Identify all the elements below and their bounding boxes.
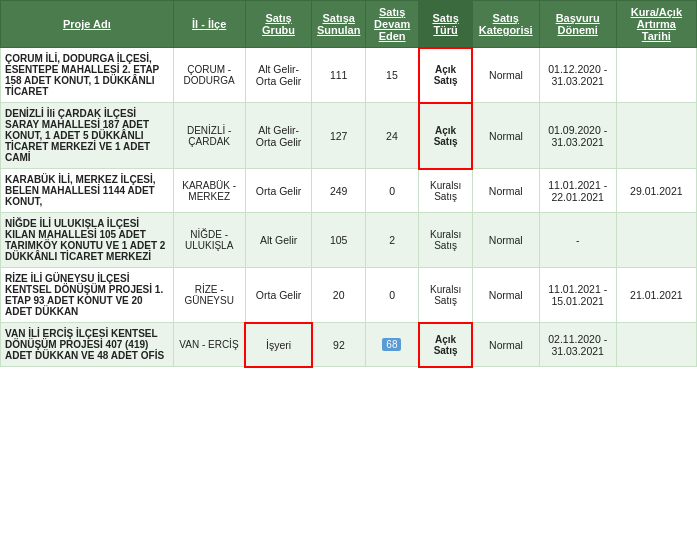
cell-grup-5: İşyeri [245,323,312,367]
cell-kura-5 [616,323,696,367]
cell-grup-4: Orta Gelir [245,268,312,323]
cell-kategori-1: Normal [472,103,539,169]
header-proje-label: Proje Adı [63,18,111,30]
cell-sunulan-3: 105 [312,213,365,268]
cell-grup-2: Orta Gelir [245,169,312,213]
header-satis-turu: Satış Türü [419,1,472,48]
cell-kura-4: 21.01.2021 [616,268,696,323]
cell-sunulan-5: 92 [312,323,365,367]
cell-grup-0: Alt Gelir- Orta Gelir [245,48,312,103]
cell-kategori-2: Normal [472,169,539,213]
header-satis-devam-eden: Satış Devam Eden [365,1,418,48]
header-kura-artirma: Kura/Açık Artırma Tarihi [616,1,696,48]
cell-proje-4: RİZE İLİ GÜNEYSU İLÇESİ KENTSEL DÖNÜŞÜM … [1,268,174,323]
cell-basvuru-0: 01.12.2020 - 31.03.2021 [539,48,616,103]
cell-tur-5: Açık Satış [419,323,472,367]
header-basvuru-donemi: Başvuru Dönemi [539,1,616,48]
cell-tur-0: Açık Satış [419,48,472,103]
cell-proje-0: ÇORUM İLİ, DODURGA İLÇESİ, ESENTEPE MAHA… [1,48,174,103]
header-il-label: İl - İlçe [192,18,226,30]
cell-proje-1: DENİZLİ İli ÇARDAK İLÇESİ SARAY MAHALLES… [1,103,174,169]
cell-tur-4: Kuralsı Satış [419,268,472,323]
cell-tur-2: Kuralsı Satış [419,169,472,213]
cell-devam-1: 24 [365,103,418,169]
cell-sunulan-4: 20 [312,268,365,323]
cell-kura-1 [616,103,696,169]
cell-grup-3: Alt Gelir [245,213,312,268]
cell-sunulan-0: 111 [312,48,365,103]
header-devam-label: Satış Devam Eden [374,6,410,42]
cell-il-3: NİĞDE - ULUKIŞLA [173,213,245,268]
cell-kategori-3: Normal [472,213,539,268]
cell-kura-2: 29.01.2021 [616,169,696,213]
cell-proje-5: VAN İLİ ERCİŞ İLÇESİ KENTSEL DÖNÜŞÜM PRO… [1,323,174,367]
cell-devam-2: 0 [365,169,418,213]
header-satis-grubu: Satış Grubu [245,1,312,48]
cell-sunulan-2: 249 [312,169,365,213]
cell-basvuru-2: 11.01.2021 - 22.01.2021 [539,169,616,213]
header-kategori-label: Satış Kategorisi [479,12,533,36]
cell-kategori-0: Normal [472,48,539,103]
cell-devam-4: 0 [365,268,418,323]
cell-devam-3: 2 [365,213,418,268]
cell-basvuru-1: 01.09.2020 - 31.03.2021 [539,103,616,169]
cell-proje-2: KARABÜK İLİ, MERKEZ İLÇESİ, BELEN MAHALL… [1,169,174,213]
cell-devam-0: 15 [365,48,418,103]
cell-il-4: RİZE - GÜNEYSU [173,268,245,323]
cell-grup-1: Alt Gelir- Orta Gelir [245,103,312,169]
cell-devam-5: 68 [365,323,418,367]
header-satis-kategorisi: Satış Kategorisi [472,1,539,48]
cell-kategori-4: Normal [472,268,539,323]
cell-il-5: VAN - ERCİŞ [173,323,245,367]
cell-tur-1: Açık Satış [419,103,472,169]
cell-basvuru-5: 02.11.2020 - 31.03.2021 [539,323,616,367]
header-proje-adi: Proje Adı [1,1,174,48]
header-grup-label: Satış Grubu [262,12,295,36]
header-satisa-sunulan: Satışa Sunulan [312,1,365,48]
cell-basvuru-4: 11.01.2021 - 15.01.2021 [539,268,616,323]
header-il-ilce: İl - İlçe [173,1,245,48]
cell-il-2: KARABÜK - MERKEZ [173,169,245,213]
blue-value-5: 68 [382,338,401,351]
cell-proje-3: NİĞDE İLİ ULUKIŞLA İLÇESİ KILAN MAHALLES… [1,213,174,268]
cell-kategori-5: Normal [472,323,539,367]
cell-sunulan-1: 127 [312,103,365,169]
cell-il-0: ÇORUM - DODURGA [173,48,245,103]
cell-kura-3 [616,213,696,268]
cell-tur-3: Kuralsı Satış [419,213,472,268]
header-tur-label: Satış Türü [432,12,458,36]
header-kura-label: Kura/Açık Artırma Tarihi [631,6,682,42]
cell-il-1: DENİZLİ - ÇARDAK [173,103,245,169]
cell-kura-0 [616,48,696,103]
cell-basvuru-3: - [539,213,616,268]
header-basvuru-label: Başvuru Dönemi [556,12,600,36]
header-sunulan-label: Satışa Sunulan [317,12,360,36]
